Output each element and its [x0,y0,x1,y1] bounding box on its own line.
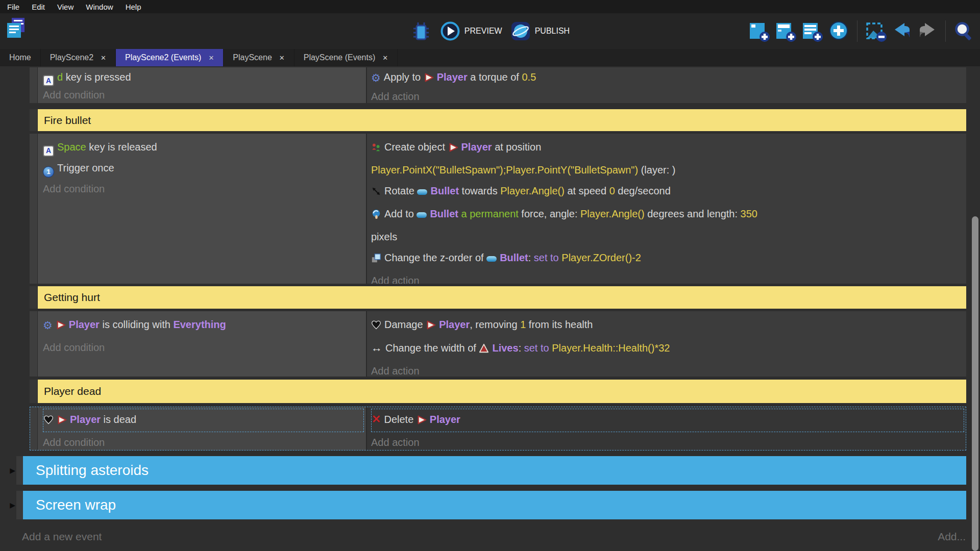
event-drag-handle[interactable] [30,67,38,103]
event-drag-handle[interactable] [30,407,38,450]
event-drag-handle[interactable] [30,286,38,309]
group-screen-wrap[interactable]: Screen wrap [23,491,966,519]
add-button[interactable]: Add... [938,531,966,543]
tab-bar: Home PlayScene2 ✕ PlayScene2 (Events) ✕ … [0,49,980,66]
redo-button[interactable] [916,20,939,42]
add-condition-button[interactable]: Add condition [43,179,366,199]
bullet-object-icon [417,189,427,195]
menu-edit[interactable]: Edit [26,1,51,13]
add-action-button[interactable]: Add action [371,270,966,284]
comment-player-dead[interactable]: Player dead [38,380,966,403]
preview-label: PREVIEW [464,27,502,36]
comment-fire-bullet[interactable]: Fire bullet [38,109,966,131]
tab-playscene2[interactable]: PlayScene2 ✕ [41,49,116,66]
undo-button[interactable] [891,20,913,42]
player-object-icon [426,316,436,337]
delete-event-button[interactable] [864,19,888,43]
actions-cell[interactable]: ✕Delete Player Add action [367,407,966,450]
condition-item[interactable]: ⚙Player is colliding with Everything [43,314,366,337]
add-subevent-button[interactable] [774,19,797,43]
condition-item[interactable]: Ad key is pressed [43,68,366,86]
main-toolbar: PREVIEW PUBLISH [0,13,980,49]
collapse-arrow-icon[interactable]: ▶ [0,491,16,519]
menu-file[interactable]: File [1,1,26,13]
player-object-icon [424,70,434,88]
selection-outline: Player is dead [43,409,364,432]
actions-cell[interactable]: ⚙Apply to Player a torque of 0.5 Add act… [367,67,966,103]
event-row: ⚙Player is colliding with Everything Add… [30,311,966,377]
event-drag-handle[interactable] [30,380,38,403]
add-condition-button[interactable]: Add condition [43,432,366,450]
tab-playscene2-events[interactable]: PlayScene2 (Events) ✕ [116,49,224,66]
tab-home[interactable]: Home [0,49,41,66]
add-action-button[interactable]: Add action [371,88,966,103]
conditions-cell[interactable]: Ad key is pressed Add condition [38,67,367,103]
selection-outline: ✕Delete Player [371,409,964,432]
event-row: ASpace key is released 1Trigger once Add… [30,134,966,284]
add-condition-button[interactable]: Add condition [43,86,366,103]
conditions-cell[interactable]: ASpace key is released 1Trigger once Add… [38,134,367,284]
toolbar-separator [945,20,946,42]
add-comment-button[interactable] [800,19,824,43]
action-item[interactable]: ⚙Apply to Player a torque of 0.5 [371,68,966,88]
action-item[interactable]: Create object Player at position [371,137,966,160]
debugger-button[interactable] [410,20,432,42]
action-item[interactable]: Damage Player, removing 1 from its healt… [371,314,966,337]
tab-playscene[interactable]: PlayScene ✕ [224,49,294,66]
add-action-button[interactable]: Add action [371,361,966,377]
action-item[interactable]: Change the z-order of Bullet: set to Pla… [371,247,966,270]
conditions-cell[interactable]: ⚙Player is colliding with Everything Add… [38,311,367,377]
close-icon[interactable]: ✕ [279,55,285,61]
action-item[interactable]: ↔Change the width of Lives: set to Playe… [371,337,966,361]
collapse-arrow-icon[interactable]: ▶ [0,456,16,485]
add-action-button[interactable]: Add action [371,432,966,450]
close-icon[interactable]: ✕ [382,55,388,61]
close-icon[interactable]: ✕ [208,55,214,61]
add-event-button[interactable] [747,19,771,43]
event-drag-handle[interactable] [30,134,38,284]
group-drag-handle[interactable] [16,456,23,485]
tab-playscene-events[interactable]: PlayScene (Events) ✕ [295,49,398,66]
trigger-once-icon: 1 [43,166,54,178]
keyboard-key-icon: A [43,75,54,86]
event-drag-handle[interactable] [30,109,38,131]
comment-row: Player dead [30,380,966,403]
actions-cell[interactable]: Damage Player, removing 1 from its healt… [367,311,966,377]
menu-view[interactable]: View [51,1,80,13]
sheet-footer: Add a new event Add... [22,519,966,543]
close-icon[interactable]: ✕ [101,55,106,61]
group-drag-handle[interactable] [16,491,23,519]
vertical-scrollbar-thumb[interactable] [972,216,978,551]
action-item-continued[interactable]: Player.PointX("BulletSpawn");Player.Poin… [371,160,966,181]
player-object-icon [416,411,427,432]
actions-cell[interactable]: Create object Player at position Player.… [367,134,966,284]
action-item[interactable]: Rotate Bullet towards Player.Angle() at … [371,181,966,204]
z-order-icon [371,249,381,270]
health-heart-icon [371,316,381,337]
add-anything-button[interactable] [827,19,850,43]
player-object-icon [57,411,67,432]
comment-getting-hurt[interactable]: Getting hurt [38,286,966,309]
event-row-selected: Player is dead Add condition ✕Delete Pla… [30,407,966,450]
physics-gear-icon: ⚙ [43,315,53,336]
add-new-event-button[interactable]: Add a new event [22,531,102,543]
event-drag-handle[interactable] [30,311,38,377]
health-heart-icon [43,411,54,432]
preview-play-icon [440,21,460,41]
action-item[interactable]: ✕Delete Player [372,409,964,432]
search-events-button[interactable] [952,20,975,42]
add-condition-button[interactable]: Add condition [43,337,366,358]
publish-button[interactable]: PUBLISH [510,21,570,41]
action-item-continued[interactable]: pixels [371,227,966,247]
add-force-icon [371,206,381,227]
menu-help[interactable]: Help [119,1,148,13]
action-item[interactable]: Add to Bullet a permanent force, angle: … [371,204,966,227]
menu-window[interactable]: Window [80,1,119,13]
condition-item[interactable]: Player is dead [43,409,363,432]
preview-button[interactable]: PREVIEW [440,21,502,41]
conditions-cell[interactable]: Player is dead Add condition [38,407,367,450]
condition-item[interactable]: ASpace key is released [43,137,366,158]
group-splitting-asteroids[interactable]: Splitting asteroids [23,456,966,485]
create-object-icon [371,139,381,160]
condition-item[interactable]: 1Trigger once [43,158,366,179]
